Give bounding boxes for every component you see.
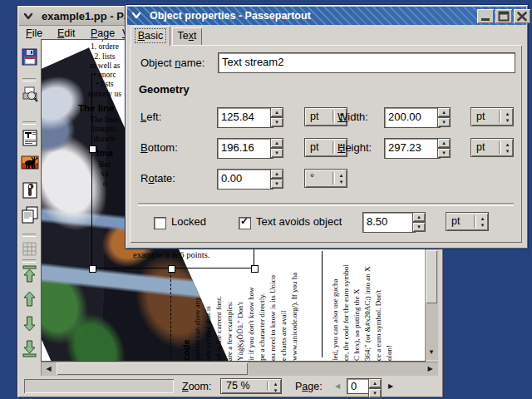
window-menu-button[interactable] — [129, 8, 144, 23]
dialog-titlebar[interactable]: Object properties - Passepartout — [127, 7, 526, 25]
horizontal-scrollbar-thumb[interactable] — [57, 362, 248, 375]
width-spinner[interactable]: ▴▾ — [437, 107, 451, 126]
height-spinner[interactable]: ▴▾ — [437, 138, 451, 157]
object-name-input[interactable]: Text stream2 — [218, 52, 515, 73]
rotate-unit-combo[interactable]: °▴▾ — [304, 169, 347, 188]
selection-edge-left[interactable] — [91, 73, 92, 268]
vertical-scrollbar-thumb[interactable] — [426, 250, 437, 303]
height-unit-combo[interactable]: pt▴▾ — [470, 138, 514, 157]
separator — [138, 203, 514, 206]
spin-down-icon[interactable]: ▾ — [270, 179, 283, 189]
spin-up-icon[interactable]: ▴ — [368, 378, 382, 388]
scroll-left-icon[interactable]: ◀ — [42, 362, 55, 375]
grid-icon[interactable] — [20, 239, 40, 259]
width-unit-combo[interactable]: pt▴▾ — [470, 107, 514, 126]
page-spinner[interactable]: ▴ ▾ — [368, 378, 382, 394]
rotate-input[interactable]: 0.00 — [217, 169, 273, 190]
spin-down-icon[interactable]: ▾ — [412, 222, 426, 232]
menu-edit[interactable]: Edit — [57, 27, 76, 39]
spin-up-icon[interactable]: ▴ — [437, 138, 451, 148]
spin-down-icon[interactable]: ▾ — [437, 117, 451, 127]
menu-file[interactable]: File — [26, 27, 42, 39]
spin-down-icon[interactable]: ▾ — [270, 148, 283, 158]
selection-handle[interactable] — [89, 145, 96, 153]
locked-label: Locked — [171, 215, 206, 228]
selection-handle[interactable] — [89, 265, 96, 273]
scroll-right-icon[interactable]: ▶ — [424, 362, 436, 375]
tab-basic[interactable]: Basic — [131, 26, 170, 46]
combo-divider — [499, 111, 501, 123]
page-next-icon[interactable]: ▶ — [385, 380, 397, 392]
paragraph: It is possib 1. ordere 2. lists as well … — [78, 39, 131, 99]
zoom-combo[interactable]: 75 % ▴▾ — [220, 378, 282, 394]
unit-value: pt — [471, 108, 498, 126]
raise-icon[interactable] — [20, 289, 40, 309]
width-input[interactable]: 200.00 — [384, 107, 441, 128]
combo-divider — [332, 141, 335, 154]
frame-guide-dashed — [170, 271, 171, 357]
copy-documents-icon[interactable] — [20, 205, 40, 225]
toolbar-separator — [22, 78, 36, 81]
toolbar — [19, 42, 41, 378]
minimize-button[interactable] — [477, 9, 494, 23]
text-frame-icon[interactable] — [20, 128, 40, 148]
print-preview-icon[interactable] — [20, 85, 40, 105]
tab-text[interactable]: Text — [172, 27, 202, 46]
dialog-panel: Object name: Text stream2 Geometry Left:… — [130, 45, 522, 243]
bottom-spinner[interactable]: ▴▾ — [270, 138, 283, 157]
page-prev-icon[interactable]: ◀ — [332, 380, 343, 392]
spin-up-icon[interactable]: ▴ — [412, 212, 426, 222]
save-icon[interactable] — [20, 47, 40, 67]
selection-handle[interactable] — [168, 265, 175, 273]
rotated-text-frame[interactable]: led, you can also use gucha ce, the code… — [330, 251, 395, 361]
unit-value: ° — [305, 170, 332, 187]
object-name-label: Object name: — [140, 57, 204, 69]
combo-arrows-icon: ▴▾ — [270, 379, 281, 393]
scroll-down-icon[interactable]: ▼ — [426, 346, 437, 358]
bottom-input[interactable]: 196.16 — [217, 138, 273, 159]
text-avoids-spinner[interactable]: ▴▾ — [412, 212, 426, 231]
maximize-icon — [495, 9, 512, 23]
image-frame-icon[interactable] — [20, 153, 40, 173]
text-avoids-input[interactable]: 8.50 — [362, 212, 416, 233]
height-input[interactable]: 297.23 — [384, 138, 441, 159]
left-spinner[interactable]: ▴▾ — [270, 107, 283, 126]
lower-to-bottom-icon[interactable] — [20, 339, 40, 359]
toolbar-separator — [22, 121, 36, 125]
xml-source-icon[interactable] — [20, 180, 40, 200]
left-input[interactable]: 125.84 — [217, 107, 273, 128]
zoom-value: 75 % — [221, 379, 266, 393]
text-avoids-checkbox[interactable]: ✓ — [239, 217, 251, 229]
status-message-well — [24, 379, 174, 393]
spin-up-icon[interactable]: ▴ — [270, 169, 283, 179]
horizontal-scrollbar[interactable]: ◀ ▶ — [41, 362, 438, 376]
close-button[interactable] — [514, 9, 530, 23]
spin-up-icon[interactable]: ▴ — [270, 138, 283, 148]
text-column[interactable]: It is possib 1. ordere 2. lists as well … — [78, 39, 131, 189]
spin-up-icon[interactable]: ▴ — [437, 107, 451, 117]
spin-down-icon[interactable]: ▾ — [270, 117, 283, 127]
spin-up-icon[interactable]: ▴ — [270, 107, 283, 117]
menu-page[interactable]: Page — [91, 27, 115, 39]
rotate-spinner[interactable]: ▴▾ — [270, 169, 283, 188]
combo-divider — [499, 141, 501, 154]
selection-handle[interactable] — [251, 265, 259, 273]
unit-value: pt — [446, 213, 473, 230]
object-properties-dialog: Object properties - Passepartout Basic T… — [125, 4, 529, 249]
unit-value: pt — [305, 108, 332, 126]
unit-value: pt — [305, 139, 332, 156]
dialog-title: Object properties - Passepartout — [150, 10, 311, 22]
left-label: Left: — [140, 111, 161, 123]
spin-down-icon[interactable]: ▾ — [368, 388, 382, 398]
combo-divider — [267, 382, 269, 391]
frame-edge-line — [322, 251, 323, 357]
lower-icon[interactable] — [20, 314, 40, 334]
raise-to-top-icon[interactable] — [20, 264, 40, 284]
minimize-icon — [477, 9, 494, 23]
spin-down-icon[interactable]: ▾ — [437, 148, 451, 158]
text-avoids-unit-combo[interactable]: pt▴▾ — [446, 212, 489, 231]
maximize-button[interactable] — [495, 9, 512, 23]
locked-checkbox[interactable] — [154, 217, 166, 229]
paragraph: led, you can also use gucha ce, the code… — [330, 251, 395, 361]
window-menu-button[interactable] — [21, 9, 36, 24]
